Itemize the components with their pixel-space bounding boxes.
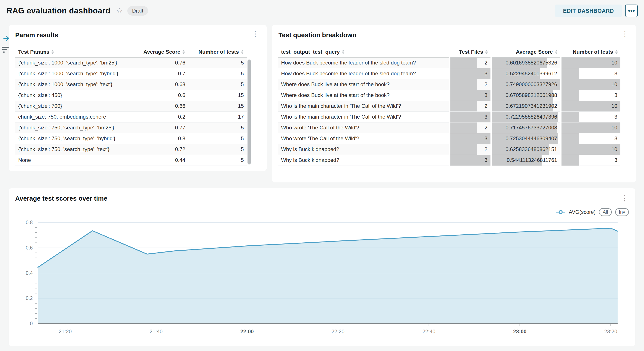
- legend-series-label[interactable]: AVG(score): [569, 209, 596, 215]
- cell-average-score: 0.7253044446309407: [491, 133, 561, 144]
- table-row: chunk_size: 750, embeddings:cohere0.217: [15, 111, 247, 122]
- question-breakdown-card: Test question breakdown ⋮ test_output_te…: [272, 25, 636, 182]
- cell-average-score: 0.7490000003327926: [491, 79, 561, 90]
- cell-average-score: 0.6705898212061988: [491, 90, 561, 101]
- legend-all-button[interactable]: All: [599, 208, 612, 216]
- cell-number-of-tests: 5: [188, 133, 247, 144]
- column-header-test-params[interactable]: Test Params: [15, 46, 138, 57]
- cell-number-of-tests: 5: [188, 79, 247, 90]
- sort-icon: [554, 49, 558, 54]
- table-row: None0.445: [15, 155, 247, 166]
- cell-test-params: {'chunk_size': 1000, 'search_type': 'bm2…: [15, 57, 138, 68]
- table-row: Who wrote 'The Call of the Wild'?30.7253…: [278, 133, 621, 144]
- svg-text:21:40: 21:40: [150, 329, 162, 334]
- table-row: Who is the main character in 'The Call o…: [278, 111, 621, 122]
- cell-test-files: 3: [450, 90, 491, 101]
- cell-number-of-tests: 15: [188, 90, 247, 101]
- svg-text:0.4: 0.4: [26, 270, 33, 276]
- svg-text:23:20: 23:20: [604, 329, 617, 334]
- line-area-chart[interactable]: 00.20.40.60.821:2021:4022:0022:2022:4023…: [9, 218, 635, 341]
- table-row: {'chunk_size': 750, 'search_type': 'bm25…: [15, 122, 247, 133]
- kebab-menu-icon[interactable]: ⋮: [252, 30, 259, 37]
- cell-average-score: 0.6: [138, 90, 188, 101]
- cell-average-score: 0.6721907341231902: [491, 101, 561, 111]
- table-row: {'chunk_size': 1000, 'search_type': 'bm2…: [15, 57, 247, 68]
- column-header-number-of-tests[interactable]: Number of tests: [561, 46, 621, 57]
- column-header-test-files[interactable]: Test Files: [450, 46, 491, 57]
- table-row: {'chunk_size': 450}0.615: [15, 90, 247, 101]
- column-header-average-score[interactable]: Average Score: [138, 46, 188, 57]
- cell-average-score: 0.44: [138, 155, 188, 166]
- cell-number-of-tests: 5: [188, 68, 247, 79]
- sort-icon: [51, 49, 54, 54]
- series-marker-icon: [556, 210, 566, 214]
- cell-average-score: 0.6016938820675326: [491, 57, 561, 68]
- cell-query: Why is Buck kidnapped?: [278, 155, 450, 166]
- cell-test-params: {'chunk_size': 1000, 'search_type': 'tex…: [15, 79, 138, 90]
- cell-number-of-tests: 3: [561, 90, 621, 101]
- cell-query: Who is the main character in 'The Call o…: [278, 111, 450, 122]
- table-row: Why is Buck kidnapped?20.625833648086215…: [278, 144, 621, 155]
- cell-average-score: 0.76: [138, 57, 188, 68]
- column-header-query[interactable]: test_output_test_query: [278, 46, 450, 57]
- cell-test-files: 2: [450, 79, 491, 90]
- cell-test-files: 3: [450, 155, 491, 166]
- kebab-menu-icon[interactable]: ⋮: [621, 30, 629, 37]
- cell-average-score: 0.7229588826497396: [491, 111, 561, 122]
- sort-icon: [240, 49, 244, 54]
- cell-number-of-tests: 3: [561, 111, 621, 122]
- table-header-row: Test Params Average Score Number of test…: [15, 46, 247, 57]
- table-row: {'chunk_size': 750, 'search_type': 'text…: [15, 144, 247, 155]
- cell-test-files: 2: [450, 57, 491, 68]
- table-row: Why is Buck kidnapped?30.544111324681176…: [278, 155, 621, 166]
- cell-test-params: None: [15, 155, 138, 166]
- sort-icon: [615, 49, 618, 54]
- cell-average-score: 0.2: [138, 111, 188, 122]
- table-row: How does Buck become the leader of the s…: [278, 68, 621, 79]
- table-scrollbar[interactable]: [248, 59, 251, 164]
- filter-icon[interactable]: [2, 47, 9, 52]
- card-title: Test question breakdown: [278, 31, 356, 39]
- table-row: {'chunk_size': 700}0.6615: [15, 101, 247, 111]
- svg-text:22:20: 22:20: [332, 329, 344, 334]
- column-header-average-score[interactable]: Average Score: [491, 46, 561, 57]
- cell-number-of-tests: 5: [188, 122, 247, 133]
- cell-average-score: 0.5441113246811761: [491, 155, 561, 166]
- cell-number-of-tests: 10: [561, 144, 621, 155]
- kebab-menu-icon[interactable]: ⋮: [621, 194, 628, 202]
- cell-average-score: 0.8: [138, 133, 188, 144]
- favorite-star-icon[interactable]: ☆: [116, 7, 123, 15]
- cell-query: Who wrote 'The Call of the Wild'?: [278, 133, 450, 144]
- table-row: Where does Buck live at the start of the…: [278, 79, 621, 90]
- cell-average-score: 0.66: [138, 101, 188, 111]
- cell-test-files: 3: [450, 111, 491, 122]
- cell-test-files: 2: [450, 144, 491, 155]
- cell-average-score: 0.6258336480862151: [491, 144, 561, 155]
- cell-number-of-tests: 3: [561, 133, 621, 144]
- cell-number-of-tests: 10: [561, 101, 621, 111]
- cell-number-of-tests: 5: [188, 57, 247, 68]
- cell-test-params: {'chunk_size': 700}: [15, 101, 138, 111]
- cell-number-of-tests: 15: [188, 101, 247, 111]
- cell-number-of-tests: 10: [561, 79, 621, 90]
- table-row: {'chunk_size': 750, 'search_type': 'hybr…: [15, 133, 247, 144]
- table-row: Who wrote 'The Call of the Wild'?20.7174…: [278, 122, 621, 133]
- top-bar: RAG evaluation dashboard ☆ Draft EDIT DA…: [0, 0, 644, 22]
- cell-test-files: 2: [450, 101, 491, 111]
- edit-dashboard-button[interactable]: EDIT DASHBOARD: [555, 4, 622, 17]
- cell-average-score: 0.72: [138, 144, 188, 155]
- column-header-number-of-tests[interactable]: Number of tests: [188, 46, 247, 57]
- cell-average-score: 0.5229452401399612: [491, 68, 561, 79]
- cell-query: How does Buck become the leader of the s…: [278, 68, 450, 79]
- cell-number-of-tests: 5: [188, 144, 247, 155]
- svg-text:22:40: 22:40: [422, 329, 436, 334]
- cell-test-files: 3: [450, 133, 491, 144]
- table-row: {'chunk_size': 1000, 'search_type': 'tex…: [15, 79, 247, 90]
- sort-icon: [182, 49, 185, 54]
- chart-legend: AVG(score) All Inv: [556, 208, 629, 216]
- cell-query: Who wrote 'The Call of the Wild'?: [278, 122, 450, 133]
- legend-inv-button[interactable]: Inv: [615, 208, 629, 216]
- more-options-button[interactable]: •••: [625, 4, 638, 17]
- cell-test-files: 2: [450, 122, 491, 133]
- status-badge: Draft: [127, 6, 148, 15]
